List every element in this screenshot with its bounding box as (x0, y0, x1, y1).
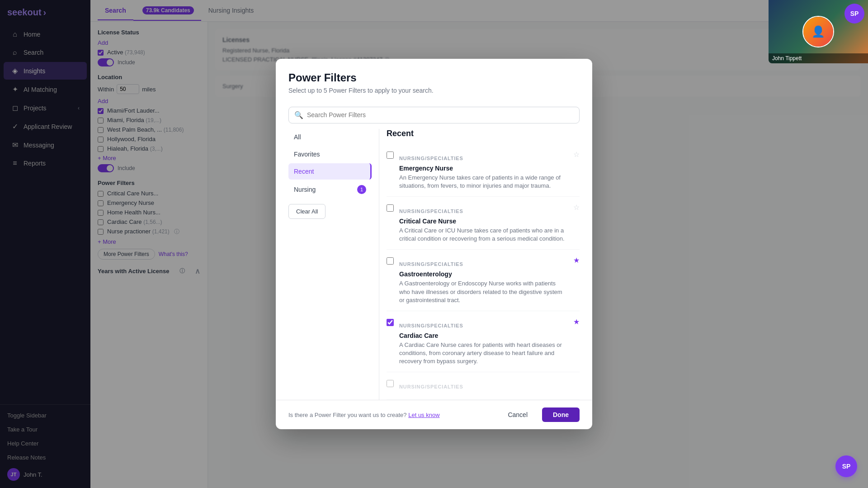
cardiac-care-content: NURSING/SPECIALTIES Cardiac Care A Cardi… (399, 317, 568, 366)
emergency-nurse-name: Emergency Nurse (399, 165, 568, 172)
power-filters-search-input[interactable] (307, 111, 574, 118)
modal-left-panel: All Favorites Recent Nursing 1 Clear All (288, 129, 379, 400)
filter-item-critical-care-nurse: NURSING/SPECIALTIES Critical Care Nurse … (387, 197, 580, 250)
modal-search-container: 🔍 (288, 107, 580, 123)
emergency-nurse-content: NURSING/SPECIALTIES Emergency Nurse An E… (399, 150, 568, 190)
clear-all-button[interactable]: Clear All (288, 204, 326, 219)
nursing-badge: 1 (357, 185, 366, 194)
modal-header: Power Filters Select up to 5 Power Filte… (276, 59, 592, 101)
modal-subtitle: Select up to 5 Power Filters to apply to… (288, 87, 580, 94)
category-all[interactable]: All (288, 129, 372, 145)
partial-checkbox[interactable] (387, 380, 394, 387)
footer-link[interactable]: Let us know (408, 412, 439, 418)
category-favorites[interactable]: Favorites (288, 146, 372, 162)
category-recent[interactable]: Recent (288, 163, 372, 180)
done-button[interactable]: Done (542, 407, 580, 422)
gastro-star[interactable]: ★ (573, 256, 580, 265)
critical-care-name: Critical Care Nurse (399, 218, 568, 225)
gastroenterology-content: NURSING/SPECIALTIES Gastroenterology A G… (399, 256, 568, 304)
emergency-nurse-star[interactable]: ☆ (573, 150, 580, 159)
cancel-button[interactable]: Cancel (499, 407, 537, 422)
power-filters-modal: Power Filters Select up to 5 Power Filte… (276, 59, 592, 430)
cardiac-care-desc: A Cardiac Care Nurse cares for patients … (399, 341, 568, 366)
emergency-nurse-desc: An Emergency Nurse takes care of patient… (399, 174, 568, 190)
recent-section-header: Recent (387, 129, 580, 138)
gastro-category: NURSING/SPECIALTIES (399, 261, 568, 267)
emergency-nurse-checkbox[interactable] (387, 152, 394, 159)
modal-filter-items: Recent NURSING/SPECIALTIES Emergency Nur… (379, 129, 580, 400)
modal-title: Power Filters (288, 71, 580, 84)
partial-category: NURSING/SPECIALTIES (399, 384, 580, 389)
video-avatar: SP (844, 4, 864, 24)
search-icon: 🔍 (294, 111, 303, 119)
modal-overlay[interactable]: Power Filters Select up to 5 Power Filte… (0, 0, 868, 488)
video-box: 👤 John Tippett SP (769, 0, 868, 63)
cardiac-category: NURSING/SPECIALTIES (399, 323, 568, 328)
cardiac-care-checkbox[interactable] (387, 319, 394, 326)
critical-care-category: NURSING/SPECIALTIES (399, 208, 568, 214)
filter-item-gastroenterology: NURSING/SPECIALTIES Gastroenterology A G… (387, 250, 580, 311)
category-nursing[interactable]: Nursing 1 (288, 180, 372, 199)
filter-item-partial: NURSING/SPECIALTIES (387, 372, 580, 400)
gastro-desc: A Gastroenterology or Endoscopy Nurse wo… (399, 280, 568, 304)
gastro-name: Gastroenterology (399, 270, 568, 278)
fab-button[interactable]: SP (835, 455, 857, 477)
footer-buttons: Cancel Done (499, 407, 580, 422)
modal-search-row: 🔍 (276, 101, 592, 129)
cardiac-care-name: Cardiac Care (399, 332, 568, 339)
cardiac-star[interactable]: ★ (573, 317, 580, 326)
modal-body: All Favorites Recent Nursing 1 Clear All (276, 129, 592, 400)
critical-care-desc: A Critical Care or ICU Nurse takes care … (399, 227, 568, 243)
partial-content: NURSING/SPECIALTIES (399, 379, 580, 393)
gastroenterology-checkbox[interactable] (387, 257, 394, 265)
video-overlay: John Tippett (769, 53, 868, 63)
critical-care-content: NURSING/SPECIALTIES Critical Care Nurse … (399, 203, 568, 243)
modal-footer: Is there a Power Filter you want us to c… (276, 400, 592, 429)
filter-item-emergency-nurse: NURSING/SPECIALTIES Emergency Nurse An E… (387, 144, 580, 197)
critical-care-star[interactable]: ☆ (573, 203, 580, 212)
footer-text: Is there a Power Filter you want us to c… (288, 412, 440, 418)
critical-care-checkbox[interactable] (387, 204, 394, 212)
video-name: John Tippett (772, 55, 802, 62)
category-list: All Favorites Recent Nursing 1 (288, 129, 379, 199)
emergency-nurse-category: NURSING/SPECIALTIES (399, 156, 568, 161)
filter-item-cardiac-care: NURSING/SPECIALTIES Cardiac Care A Cardi… (387, 311, 580, 373)
